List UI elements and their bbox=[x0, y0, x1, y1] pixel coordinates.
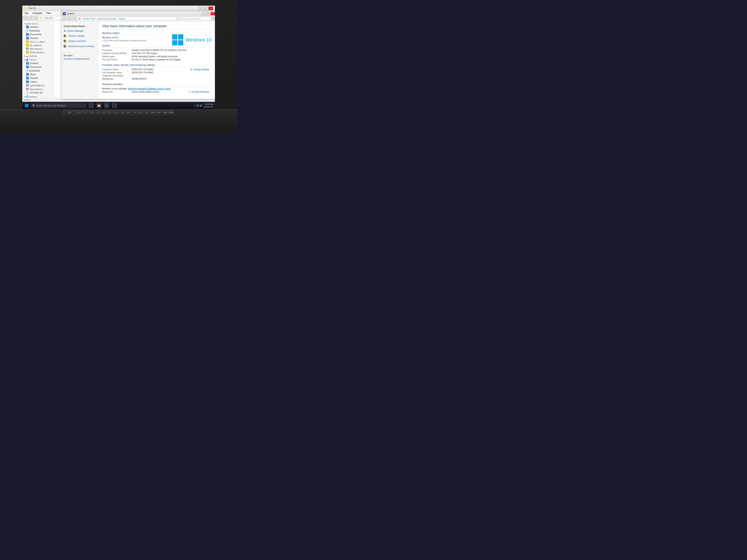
view-menu[interactable]: View bbox=[45, 11, 53, 15]
advanced-system-link[interactable]: Advanced system settings bbox=[61, 44, 98, 49]
breadcrumb-controlpanel[interactable]: Control Panel bbox=[83, 18, 96, 20]
sidebar-item-documents-pc[interactable]: Documents bbox=[22, 65, 54, 69]
key-f1[interactable]: F1 bbox=[77, 110, 82, 115]
help-button[interactable]: ? bbox=[211, 17, 215, 21]
key-end[interactable]: End bbox=[156, 110, 162, 115]
taskbar-pinned-icons: ⧉ 📁 e 🛍 bbox=[87, 102, 118, 109]
security-maintenance-link[interactable]: Security and Maintenance bbox=[63, 58, 97, 60]
system-search-box[interactable]: 🔍 Search Control Panel bbox=[177, 17, 211, 21]
store-button[interactable]: 🛍 bbox=[111, 102, 118, 109]
network-header[interactable]: ▾ 🌐 Network bbox=[22, 95, 54, 98]
key-f6[interactable]: F6 bbox=[107, 110, 113, 115]
start-button[interactable] bbox=[23, 102, 30, 109]
key-f11[interactable]: F11 bbox=[138, 110, 144, 115]
computername-value: DESKTOP-T5A75MQ bbox=[132, 68, 153, 71]
file-menu[interactable]: File bbox=[23, 11, 30, 15]
sidebar-item-101[interactable]: 101_in_1_Sport... bbox=[22, 40, 54, 44]
folder-icon bbox=[26, 66, 29, 68]
system-close-button[interactable]: ✕ bbox=[211, 12, 215, 16]
quick-access-header[interactable]: ▾ Quick access bbox=[22, 22, 54, 25]
sidebar-item-downloads-qa[interactable]: ⬇ Downloads bbox=[22, 29, 54, 33]
file-explorer-taskbar-button[interactable]: 📁 bbox=[95, 102, 103, 109]
system-maximize-button[interactable]: □ bbox=[206, 12, 210, 16]
file-explorer-title: This PC bbox=[28, 7, 198, 10]
breadcrumb-system[interactable]: System bbox=[119, 18, 125, 20]
folder-icon bbox=[26, 26, 29, 28]
sidebar-label: de modat wi... bbox=[30, 44, 43, 47]
sidebar-item-downloads-pc[interactable]: ⬇ Downloads bbox=[22, 69, 54, 73]
key-f8[interactable]: F8 bbox=[120, 110, 125, 115]
sidebar-item-localdisk[interactable]: 💾 Local Disk (C:) bbox=[22, 84, 54, 87]
sidebar-item-newvolume-pc[interactable]: 💾 New Volume (... bbox=[22, 87, 54, 91]
sidebar-item-pictures-qa[interactable]: Pictures bbox=[22, 36, 54, 40]
shield-icon-advanced bbox=[63, 45, 66, 48]
system-minimize-button[interactable]: ─ bbox=[201, 12, 206, 16]
win-quad-tr bbox=[27, 104, 28, 105]
download-icon: ⬇ bbox=[26, 70, 28, 72]
maximize-button[interactable]: □ bbox=[203, 6, 208, 10]
key-f4[interactable]: F4 bbox=[95, 110, 101, 115]
breadcrumb-systemsecurity[interactable]: System and Security bbox=[98, 18, 116, 20]
windows-copyright-value: © 2015 Microsoft Corporation. All rights… bbox=[102, 39, 147, 42]
up-button[interactable]: ↑ bbox=[33, 16, 38, 20]
key-f12[interactable]: F12 bbox=[144, 110, 150, 115]
collapse-icon: ▾ bbox=[24, 59, 25, 61]
system-address-bar[interactable]: 🖥 › Control Panel › System and Security … bbox=[78, 17, 177, 21]
sidebar-item-pictures-pc[interactable]: Pictures bbox=[22, 76, 54, 80]
thispc-header[interactable]: ▾ 💻 This PC bbox=[22, 58, 54, 61]
win-quad-bl bbox=[25, 106, 26, 107]
forward-button[interactable]: → bbox=[28, 16, 33, 20]
key-home[interactable]: Home bbox=[150, 110, 156, 115]
sidebar-item-videos-pc[interactable]: Videos bbox=[22, 80, 54, 84]
key-f2[interactable]: F2 bbox=[83, 110, 88, 115]
sidebar-item-newvolume-qa[interactable]: 💾 New Volume (... bbox=[22, 47, 54, 51]
minimize-button[interactable]: ─ bbox=[198, 6, 203, 10]
back-button[interactable]: ← bbox=[23, 16, 28, 20]
sidebar-item-documents-qa[interactable]: Documents bbox=[22, 33, 54, 36]
sidebar-label: Winter.Sports.2... bbox=[30, 51, 46, 54]
sidebar-item-demodat[interactable]: de modat wi... bbox=[22, 44, 54, 47]
sidebar-label: Videos bbox=[30, 81, 37, 83]
sidebar-item-music-pc[interactable]: Music bbox=[22, 73, 54, 76]
change-settings-button[interactable]: ⚙ Change settings bbox=[190, 68, 209, 71]
key-esc[interactable]: Esc bbox=[63, 110, 76, 115]
sidebar-item-desktop-qa[interactable]: Desktop bbox=[22, 25, 54, 29]
volume-tray-icon[interactable]: 🔊 bbox=[200, 104, 203, 107]
key-f3[interactable]: F3 bbox=[89, 110, 95, 115]
edge-button[interactable]: e bbox=[103, 102, 110, 109]
key-f9[interactable]: F9 bbox=[126, 110, 131, 115]
computer-menu[interactable]: Computer bbox=[31, 11, 44, 15]
search-icon-taskbar: 🔍 bbox=[32, 104, 35, 107]
processor-row: Processor: Intel(R) Core(TM) i5-3320M CP… bbox=[102, 49, 213, 52]
sidebar-item-cddrive[interactable]: 💿 CD Drive (E:) bbox=[22, 91, 54, 95]
remote-settings-link[interactable]: Remote settings bbox=[61, 33, 98, 38]
key-f5[interactable]: F5 bbox=[101, 110, 107, 115]
sidebar-item-winter[interactable]: Winter.Sports.2... bbox=[22, 51, 54, 54]
system-protection-link[interactable]: System protection bbox=[61, 38, 98, 44]
key-f10[interactable]: F10 bbox=[132, 110, 137, 115]
key-insert[interactable]: Insert bbox=[162, 110, 168, 115]
taskview-button[interactable]: ⧉ bbox=[87, 102, 95, 109]
close-button[interactable]: ✕ bbox=[208, 6, 213, 10]
onedrive-header[interactable]: ▾ ☁ OneDrive bbox=[22, 54, 54, 58]
sidebar-label: Downloads bbox=[29, 70, 40, 72]
cp-home-header: Control Panel Home bbox=[61, 24, 98, 28]
key-f7[interactable]: F7 bbox=[113, 110, 119, 115]
windows-text: Windows bbox=[185, 37, 206, 43]
device-manager-link[interactable]: 🖥 Device Manager bbox=[61, 28, 98, 33]
system-page-title: View basic information about your comput… bbox=[102, 24, 213, 29]
activate-windows-button[interactable]: 🛡 Activate Windows bbox=[188, 90, 209, 93]
network-tray-icon[interactable]: 🌐 bbox=[197, 104, 199, 107]
system-forward-button[interactable]: → bbox=[67, 17, 72, 21]
key-delete[interactable]: Delete bbox=[169, 110, 174, 115]
network-icon: 🌐 bbox=[26, 96, 28, 98]
system-clock[interactable]: 10:43 AM 12/22/2023 bbox=[203, 103, 213, 108]
system-up-button[interactable]: ↑ bbox=[73, 17, 77, 21]
tray-chevron[interactable]: ∧ bbox=[194, 104, 196, 107]
computerdesc-row: Computer description: bbox=[102, 75, 213, 77]
activation-license-link[interactable]: Read the Microsoft Software License Term… bbox=[128, 87, 171, 90]
sidebar-item-desktop-pc[interactable]: Desktop bbox=[22, 61, 54, 65]
taskbar-search[interactable]: 🔍 Search the web and Windows bbox=[31, 103, 86, 108]
system-back-button[interactable]: ← bbox=[62, 17, 67, 21]
address-chevron: › bbox=[54, 17, 54, 20]
